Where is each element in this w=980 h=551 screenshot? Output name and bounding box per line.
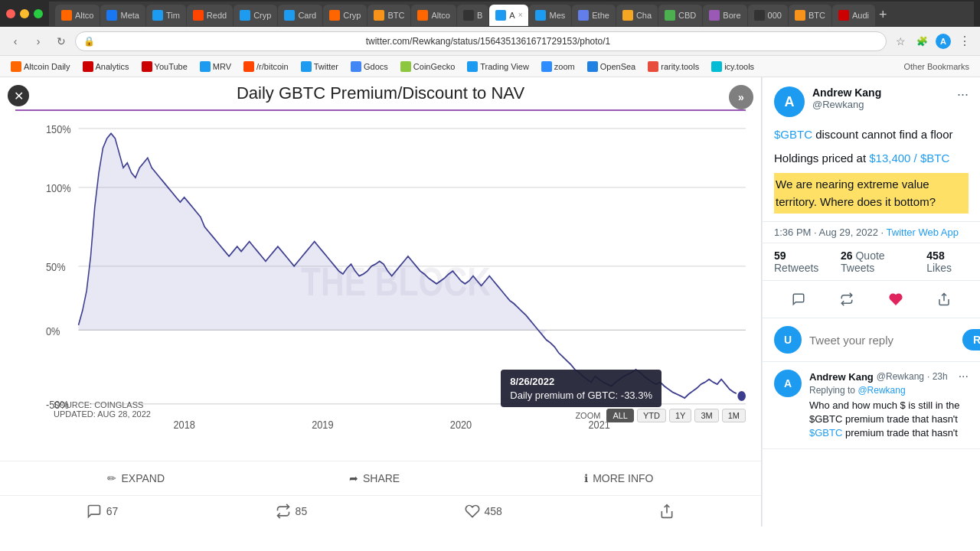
tab-twitter-active[interactable]: A×: [489, 5, 528, 26]
reply-input[interactable]: [809, 334, 955, 347]
reply-action-btn[interactable]: [785, 285, 812, 313]
tweet-panel: A Andrew Kang @Rewkang ··· $GBTC discoun…: [762, 77, 980, 527]
tab-crypto2[interactable]: Cryp: [323, 5, 367, 26]
bookmark-gdocs[interactable]: Gdocs: [346, 60, 393, 73]
retweet-icon: [840, 292, 854, 306]
zoom-3m-btn[interactable]: 3M: [694, 409, 718, 422]
profile-btn[interactable]: A: [934, 32, 952, 51]
new-tab-btn[interactable]: +: [879, 7, 887, 23]
bookmark-icy[interactable]: icy.tools: [707, 60, 759, 73]
expand-chart-btn[interactable]: »: [729, 85, 753, 109]
expand-btn[interactable]: ✏ EXPAND: [98, 469, 174, 487]
tab-cbd[interactable]: CBD: [658, 5, 702, 26]
tab-meta[interactable]: Meta: [100, 5, 145, 26]
address-bar[interactable]: 🔒 twitter.com/Rewkang/status/15643513616…: [75, 31, 887, 51]
bookmark-favicon: [400, 61, 411, 72]
zoom-1m-btn[interactable]: 1M: [722, 409, 746, 422]
bookmark-opensea[interactable]: OpenSea: [583, 60, 640, 73]
share-action-btn[interactable]: [930, 285, 958, 313]
reply-icon: [792, 292, 805, 306]
reply-submit-btn[interactable]: Reply: [962, 329, 980, 350]
retweet-nav-item[interactable]: 85: [276, 504, 308, 519]
reply-tweet-avatar[interactable]: A: [774, 370, 802, 397]
address-text: twitter.com/Rewkang/status/1564351361671…: [98, 36, 878, 47]
tab-mes[interactable]: Mes: [529, 5, 571, 26]
share-nav-item[interactable]: [659, 504, 675, 519]
retweets-stat[interactable]: 59 Retweets: [774, 249, 828, 274]
tab-ethe[interactable]: Ethe: [572, 5, 616, 26]
zoom-all-btn[interactable]: ALL: [606, 409, 634, 422]
platform-link[interactable]: Twitter Web App: [887, 227, 959, 238]
retweet-action-btn[interactable]: [833, 285, 861, 313]
likes-stat[interactable]: 458 Likes: [926, 249, 969, 274]
replying-to-link[interactable]: @Rewkang: [858, 385, 905, 396]
more-info-btn[interactable]: ℹ MORE INFO: [575, 469, 662, 487]
tab-card[interactable]: Card: [278, 5, 322, 26]
tab-bar: Altco Meta Tim Redd Cryp Card Cryp BTC A…: [49, 2, 974, 26]
author-avatar[interactable]: A: [774, 86, 805, 117]
bookmark-twitter[interactable]: Twitter: [296, 60, 343, 73]
tweet-author-info: Andrew Kang @Rewkang: [812, 86, 949, 110]
tab-audi[interactable]: Audi: [832, 5, 875, 26]
comment-nav-item[interactable]: 67: [87, 504, 119, 519]
gbtc-link[interactable]: $GBTC: [774, 128, 812, 141]
bookmark-altcoin-daily[interactable]: Altcoin Daily: [6, 60, 75, 73]
bookmark-zoom[interactable]: zoom: [537, 60, 580, 73]
bookmark-favicon: [83, 61, 93, 72]
share-icon: [659, 504, 675, 519]
tab-reddit[interactable]: Redd: [187, 5, 233, 26]
reply-tweet-options-btn[interactable]: ···: [959, 370, 969, 383]
forward-btn[interactable]: ›: [29, 32, 47, 51]
reply-tweet-content: Andrew Kang @Rewkang · 23h ··· Replying …: [809, 370, 969, 441]
reply-author-handle: @Rewkang: [877, 371, 924, 382]
tab-000[interactable]: 000: [748, 5, 788, 26]
bookmark-rbitcoin[interactable]: /r/bitcoin: [239, 60, 293, 73]
like-action-btn[interactable]: [882, 285, 910, 313]
bookmark-rarity[interactable]: rarity.tools: [643, 60, 704, 73]
bookmark-coingecko[interactable]: CoinGecko: [396, 60, 459, 73]
title-bar: Altco Meta Tim Redd Cryp Card Cryp BTC A…: [0, 0, 980, 27]
tab-b[interactable]: B: [457, 5, 488, 26]
tab-btc1[interactable]: BTC: [368, 5, 410, 26]
tab-favicon: [795, 10, 805, 21]
minimize-window-btn[interactable]: [20, 9, 29, 18]
zoom-ytd-btn[interactable]: YTD: [637, 409, 666, 422]
bookmark-favicon: [11, 61, 21, 72]
like-nav-item[interactable]: 458: [465, 504, 502, 519]
tab-favicon: [329, 10, 340, 21]
other-bookmarks[interactable]: Other Bookmarks: [899, 60, 974, 73]
main-layout: ✕ Daily GBTC Premium/Discount to NAV » 1…: [0, 77, 980, 527]
tab-crypto1[interactable]: Cryp: [234, 5, 277, 26]
bookmark-analytics[interactable]: Analytics: [78, 60, 134, 73]
bookmark-favicon: [711, 61, 722, 72]
tab-favicon: [417, 10, 428, 21]
bookmark-tradingview[interactable]: Trading View: [462, 60, 534, 73]
tab-altcoin[interactable]: Altco: [55, 5, 100, 26]
tab-tim[interactable]: Tim: [146, 5, 186, 26]
bookmark-youtube[interactable]: YouTube: [137, 60, 192, 73]
zoom-1y-btn[interactable]: 1Y: [669, 409, 691, 422]
reply-area: U Reply: [763, 318, 980, 362]
quote-tweets-stat[interactable]: 26 Quote Tweets: [841, 249, 914, 274]
svg-text:0%: 0%: [46, 324, 60, 337]
fullscreen-window-btn[interactable]: [34, 9, 43, 18]
reply-author-name: Andrew Kang: [809, 371, 874, 383]
bookmark-mrv[interactable]: MRV: [195, 60, 236, 73]
tab-btc2[interactable]: BTC: [789, 5, 831, 26]
close-chart-btn[interactable]: ✕: [8, 85, 29, 106]
close-window-btn[interactable]: [6, 9, 15, 18]
extensions-btn[interactable]: 🧩: [913, 32, 931, 51]
menu-btn[interactable]: ⋮: [956, 32, 974, 51]
gbtc-reply-link[interactable]: $GBTC: [809, 427, 842, 439]
tab-favicon: [622, 10, 633, 21]
tweet-options-btn[interactable]: ···: [957, 86, 969, 103]
tab-close-btn[interactable]: ×: [518, 11, 523, 19]
tab-bore[interactable]: Bore: [703, 5, 746, 26]
bookmark-btn[interactable]: ☆: [891, 32, 910, 51]
tab-altco2[interactable]: Altco: [411, 5, 456, 26]
share-btn[interactable]: ➦ SHARE: [340, 469, 409, 487]
back-btn[interactable]: ‹: [6, 32, 24, 51]
reload-btn[interactable]: ↻: [52, 32, 70, 51]
tab-cha[interactable]: Cha: [616, 5, 658, 26]
btc-price-link[interactable]: $13,400 / $BTC: [869, 152, 949, 165]
